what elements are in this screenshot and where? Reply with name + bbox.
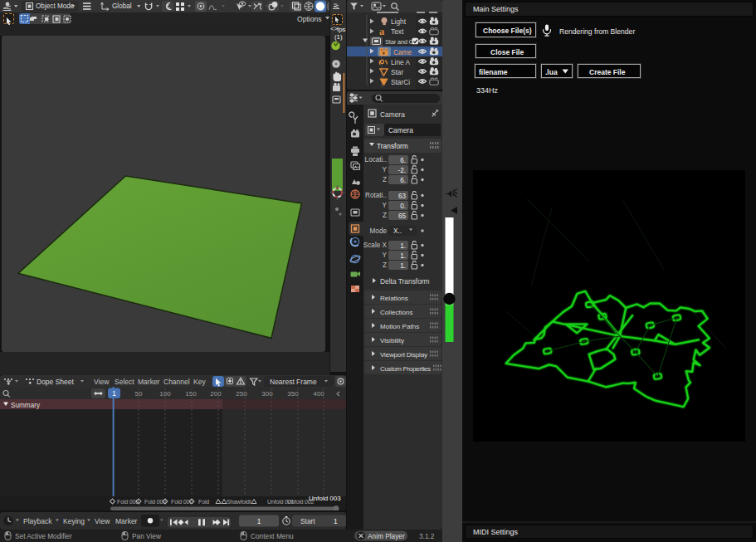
svg-text:Set Active Modifier: Set Active Modifier bbox=[15, 532, 72, 540]
svg-text:Unfold 003: Unfold 003 bbox=[309, 495, 341, 502]
svg-text:Anim Player: Anim Player bbox=[368, 532, 405, 540]
svg-text:6.: 6. bbox=[400, 177, 406, 184]
svg-text:Text: Text bbox=[391, 27, 404, 36]
svg-text:Select: Select bbox=[115, 378, 134, 386]
svg-text:1: 1 bbox=[257, 517, 261, 525]
svg-text:Light: Light bbox=[391, 17, 407, 26]
svg-text:Summary: Summary bbox=[11, 402, 41, 409]
svg-text:Collections: Collections bbox=[380, 309, 413, 316]
svg-text:Channel: Channel bbox=[163, 378, 190, 386]
svg-text:3.1.2: 3.1.2 bbox=[419, 532, 435, 540]
svg-text:Star: Star bbox=[391, 68, 403, 76]
svg-text:63: 63 bbox=[398, 193, 407, 200]
svg-text:Z: Z bbox=[383, 212, 387, 219]
svg-text:Mode: Mode bbox=[370, 227, 388, 235]
svg-text:Z: Z bbox=[383, 176, 387, 183]
svg-text:Key: Key bbox=[193, 378, 206, 386]
svg-text:fps: fps bbox=[337, 26, 346, 33]
svg-text:Y: Y bbox=[383, 251, 388, 259]
svg-text:1.: 1. bbox=[400, 262, 406, 270]
svg-text:Nearest Frame: Nearest Frame bbox=[270, 378, 317, 386]
svg-text:350: 350 bbox=[287, 390, 299, 398]
svg-text:Shawfoldt: Shawfoldt bbox=[227, 499, 251, 505]
svg-text:StarCi: StarCi bbox=[391, 78, 410, 86]
svg-text:Rotati..: Rotati.. bbox=[365, 192, 387, 199]
svg-text:Fold: Fold bbox=[198, 499, 209, 505]
svg-text:View: View bbox=[94, 378, 110, 386]
svg-text:Y: Y bbox=[383, 166, 388, 173]
svg-text:150: 150 bbox=[185, 390, 197, 398]
svg-text:Fold 000: Fold 000 bbox=[144, 499, 166, 505]
svg-text:View: View bbox=[95, 517, 110, 525]
svg-text:Scale X: Scale X bbox=[363, 242, 388, 249]
svg-text:Custom Properties: Custom Properties bbox=[380, 365, 431, 373]
svg-text:Transform: Transform bbox=[377, 142, 408, 150]
svg-text:0.: 0. bbox=[400, 203, 406, 210]
svg-text:Context Menu: Context Menu bbox=[251, 532, 294, 540]
svg-text:Object Mode: Object Mode bbox=[36, 2, 75, 10]
svg-text:1: 1 bbox=[112, 389, 116, 398]
svg-text:Z: Z bbox=[383, 261, 387, 269]
svg-text:6.: 6. bbox=[400, 157, 406, 164]
svg-text:Start: Start bbox=[300, 517, 315, 525]
svg-text:Y: Y bbox=[383, 202, 388, 209]
svg-text:65: 65 bbox=[398, 212, 407, 220]
svg-text:1: 1 bbox=[334, 517, 338, 525]
svg-text:1.: 1. bbox=[400, 242, 406, 250]
svg-text:Came: Came bbox=[393, 48, 412, 56]
svg-text:Locati..: Locati.. bbox=[365, 156, 387, 164]
svg-text:Fold 000: Fold 000 bbox=[171, 499, 193, 505]
svg-text:Camera: Camera bbox=[380, 110, 405, 119]
svg-text:Dope Sheet: Dope Sheet bbox=[37, 378, 75, 386]
svg-text:Relations: Relations bbox=[380, 295, 408, 302]
svg-text:1.: 1. bbox=[400, 252, 406, 260]
svg-text:250: 250 bbox=[236, 390, 247, 398]
svg-text:Motion Paths: Motion Paths bbox=[380, 323, 419, 330]
svg-text:Global: Global bbox=[112, 2, 132, 10]
svg-text:Visibility: Visibility bbox=[380, 337, 405, 344]
svg-text:-2.: -2. bbox=[398, 167, 406, 174]
svg-text:a: a bbox=[379, 26, 385, 37]
svg-text:400: 400 bbox=[313, 390, 324, 398]
svg-text:Playback: Playback bbox=[23, 517, 52, 525]
svg-text:Camera: Camera bbox=[388, 126, 413, 134]
svg-text:Pan View: Pan View bbox=[132, 532, 162, 540]
svg-text:Line A: Line A bbox=[391, 58, 411, 66]
svg-text:(1): (1) bbox=[334, 33, 343, 41]
svg-text:200: 200 bbox=[210, 390, 222, 398]
svg-text:X..: X.. bbox=[393, 227, 402, 235]
svg-text:Keying: Keying bbox=[63, 517, 85, 525]
svg-text:Marker: Marker bbox=[138, 378, 160, 386]
svg-text:Star and C: Star and C bbox=[385, 38, 413, 46]
svg-text:Delta Transform: Delta Transform bbox=[380, 277, 430, 286]
svg-text:Fold 000: Fold 000 bbox=[117, 499, 139, 505]
svg-text:Marker: Marker bbox=[115, 517, 138, 525]
svg-text:Viewport Display: Viewport Display bbox=[380, 351, 428, 359]
